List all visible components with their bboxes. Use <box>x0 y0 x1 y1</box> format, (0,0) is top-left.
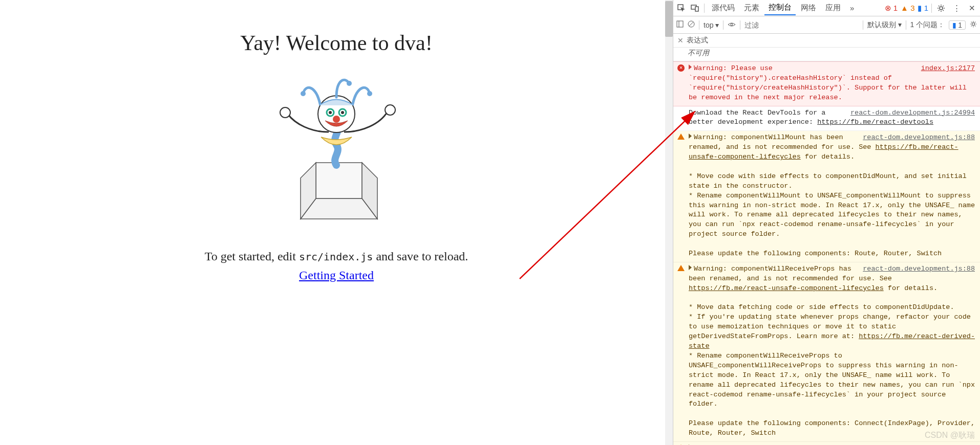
console-message-warning[interactable]: react-dom.development.js:88 Warning: com… <box>673 131 980 262</box>
tab-console[interactable]: 控制台 <box>764 1 796 15</box>
svg-point-4 <box>280 107 290 118</box>
settings-gear-icon[interactable] <box>935 2 947 14</box>
more-menu-icon[interactable]: ⋮ <box>950 2 963 14</box>
tab-elements[interactable]: 元素 <box>740 1 763 15</box>
close-devtools-icon[interactable]: ✕ <box>966 2 978 14</box>
expression-label: 表达式 <box>687 36 708 45</box>
inline-link[interactable]: https://fb.me/react-devtools <box>817 118 933 126</box>
source-link[interactable]: react-dom.development.js:88 <box>863 133 975 143</box>
warning-icon <box>677 265 685 271</box>
source-link[interactable]: index.js:2177 <box>921 64 975 74</box>
expression-value: 不可用 <box>673 48 980 61</box>
console-message-warning[interactable]: react-dom.development.js:88 Warning: com… <box>673 442 980 445</box>
source-link[interactable]: react-dom.development.js:24994 <box>850 108 975 118</box>
issues-pill[interactable]: ▮1 <box>949 20 966 30</box>
page-title: Yay! Welcome to dva! <box>0 31 673 55</box>
svg-rect-19 <box>677 21 683 27</box>
live-expression-eye-icon[interactable] <box>728 21 736 29</box>
console-message-warning[interactable]: react-dom.development.js:88 Warning: com… <box>673 262 980 442</box>
console-filter-input[interactable] <box>744 21 858 29</box>
svg-point-5 <box>385 105 395 115</box>
source-link[interactable]: react-dom.development.js:88 <box>863 264 975 274</box>
clear-console-icon[interactable] <box>688 20 695 29</box>
message-text: Download the React DevTools for a better… <box>689 109 825 126</box>
svg-point-14 <box>333 116 340 123</box>
page-scrollbar[interactable] <box>665 0 673 445</box>
message-text-pre: Warning: componentWillReceiveProps has b… <box>689 265 892 282</box>
svg-point-8 <box>367 91 372 96</box>
watermark: CSDN @耿瑞 <box>925 430 975 441</box>
get-started-text: To get started, edit src/index.js and sa… <box>0 250 673 263</box>
expression-bar: ✕ 表达式 <box>673 34 980 48</box>
svg-point-13 <box>341 111 344 114</box>
inspect-element-icon[interactable] <box>675 2 688 14</box>
getting-started-link[interactable]: Getting Started <box>299 269 374 282</box>
disclosure-triangle-icon[interactable] <box>689 134 692 139</box>
svg-point-9 <box>347 81 352 86</box>
message-text-post: * Rename componentWillReceiveProps to UN… <box>689 352 979 437</box>
error-icon: ✕ <box>677 64 685 72</box>
error-count-badge[interactable]: ⊗ 1 <box>885 4 898 13</box>
message-text-pre: Warning: componentWillMount has been ren… <box>689 134 876 151</box>
info-count-badge[interactable]: ▮ 1 <box>918 4 928 13</box>
context-selector[interactable]: top ▾ <box>704 21 719 29</box>
started-pre: To get started, edit <box>205 250 299 263</box>
message-text-post: for details. * Move code with side effec… <box>689 153 979 257</box>
svg-point-23 <box>731 24 733 26</box>
console-messages[interactable]: ✕ index.js:2177 Warning: Please use `req… <box>673 61 980 445</box>
issues-label: 1 个问题： <box>910 20 945 30</box>
devtools-panel: 源代码 元素 控制台 网络 应用 » ⊗ 1 ▲ 3 ▮ 1 ⋮ ✕ top ▾ <box>673 0 980 445</box>
svg-point-12 <box>329 111 332 114</box>
disclosure-triangle-icon[interactable] <box>689 265 692 270</box>
message-text-mid: for details. * Move data fetching code o… <box>689 284 975 340</box>
svg-line-22 <box>689 22 693 26</box>
started-code: src/index.js <box>299 251 373 263</box>
tab-network[interactable]: 网络 <box>797 1 820 15</box>
svg-point-18 <box>940 7 943 10</box>
started-post: and save to reload. <box>373 250 468 263</box>
tab-application[interactable]: 应用 <box>821 1 845 15</box>
svg-point-24 <box>972 23 974 25</box>
svg-rect-17 <box>695 7 698 11</box>
console-message-log[interactable]: react-dom.development.js:24994 Download … <box>673 106 980 131</box>
log-level-selector[interactable]: 默认级别 ▾ <box>867 20 902 30</box>
warning-icon <box>677 134 685 140</box>
console-sidebar-toggle-icon[interactable] <box>676 20 684 29</box>
svg-marker-1 <box>316 163 362 198</box>
close-expression-icon[interactable]: ✕ <box>677 36 684 44</box>
console-settings-gear-icon[interactable] <box>970 20 977 29</box>
application-page: Yay! Welcome to dva! <box>0 0 673 445</box>
tab-more[interactable]: » <box>846 2 858 14</box>
device-toggle-icon[interactable] <box>689 2 701 14</box>
console-message-error[interactable]: ✕ index.js:2177 Warning: Please use `req… <box>673 61 980 106</box>
inline-link[interactable]: https://fb.me/react-unsafe-component-lif… <box>689 284 884 292</box>
disclosure-triangle-icon[interactable] <box>689 64 692 70</box>
devtools-tab-bar: 源代码 元素 控制台 网络 应用 » ⊗ 1 ▲ 3 ▮ 1 ⋮ ✕ <box>673 0 980 16</box>
console-toolbar: top ▾ 默认级别 ▾ 1 个问题： ▮1 <box>673 16 980 34</box>
tab-sources[interactable]: 源代码 <box>708 1 739 15</box>
welcome-illustration <box>260 71 413 234</box>
svg-point-7 <box>301 91 306 96</box>
warning-count-badge[interactable]: ▲ 3 <box>901 4 914 12</box>
